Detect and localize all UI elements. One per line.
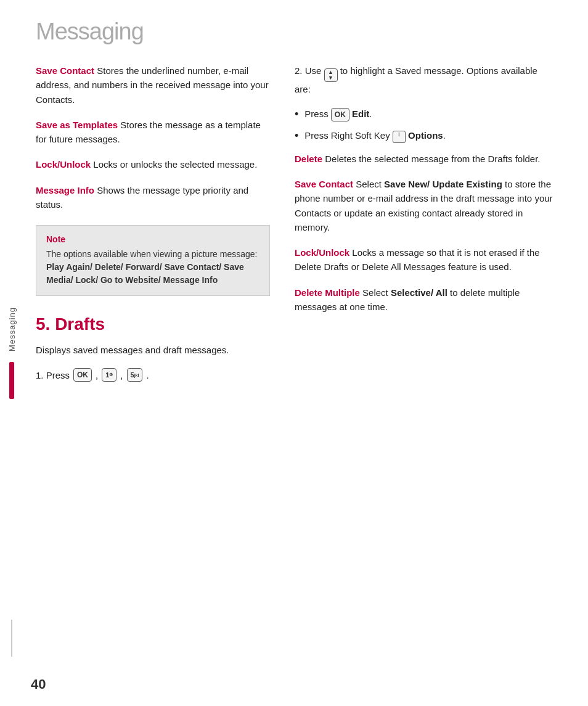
- page-title: Messaging: [36, 18, 563, 45]
- save-contact-right-block: Save Contact Select Save New/ Update Exi…: [295, 177, 553, 234]
- key-5: 5jkl: [127, 368, 143, 382]
- message-info-term: Message Info: [36, 185, 94, 195]
- delete-block: Delete Deletes the selected message from…: [295, 152, 553, 166]
- save-templates-block: Save as Templates Stores the message as …: [36, 118, 270, 147]
- right-column: 2. Use ▲▼ to highlight a Saved message. …: [295, 64, 553, 388]
- lock-unlock-right-block: Lock/Unlock Locks a message so that it i…: [295, 245, 553, 274]
- ok-key: OK: [73, 368, 92, 382]
- save-contact-block: Save Contact Stores the underlined numbe…: [36, 64, 270, 107]
- sidebar-line: [12, 620, 12, 657]
- section-intro: Displays saved messages and draft messag…: [36, 343, 270, 357]
- comma1: ,: [96, 370, 98, 380]
- options-label: Options: [408, 130, 443, 141]
- save-contact-right-bold: Save New/ Update Existing: [384, 179, 502, 189]
- delete-multiple-bold: Selective/ All: [391, 287, 447, 298]
- bullet-list: • Press OK Edit. • Press Right Soft Key …: [295, 107, 553, 143]
- left-column: Save Contact Stores the underlined numbe…: [36, 64, 270, 388]
- delete-term: Delete: [295, 154, 322, 164]
- edit-label: Edit: [352, 109, 369, 119]
- bullet-1-content: Press OK Edit.: [304, 107, 553, 121]
- note-box: Note The options available when viewing …: [36, 225, 270, 296]
- page-wrapper: Messaging Messaging Save Contact Stores …: [0, 0, 588, 706]
- step2-label: 2. Use: [295, 65, 324, 76]
- main-content: Messaging Save Contact Stores the underl…: [23, 0, 588, 706]
- page-number: 40: [31, 676, 46, 692]
- bullet-dot-1: •: [295, 109, 298, 120]
- delete-multiple-term: Delete Multiple: [295, 287, 360, 298]
- delete-multiple-block: Delete Multiple Select Selective/ All to…: [295, 285, 553, 314]
- message-info-block: Message Info Shows the message type prio…: [36, 183, 270, 212]
- save-contact-term: Save Contact: [36, 65, 94, 76]
- bullet-dot-2: •: [295, 130, 298, 141]
- save-contact-right-select: Select: [356, 179, 384, 189]
- note-intro: The options available when viewing a pic…: [46, 249, 257, 259]
- note-bold-text: Play Again/ Delete/ Forward/ Save Contac…: [46, 262, 244, 285]
- sidebar-bar: [9, 362, 14, 399]
- note-body: The options available when viewing a pic…: [46, 248, 259, 287]
- period: .: [146, 370, 149, 380]
- lock-unlock-right-term: Lock/Unlock: [295, 247, 349, 258]
- key-1: 1⚙: [102, 368, 116, 382]
- sidebar: Messaging: [0, 0, 23, 706]
- right-soft-key-icon: ╵: [393, 131, 406, 143]
- nav-icon: ▲▼: [324, 68, 338, 82]
- lock-unlock-term: Lock/Unlock: [36, 159, 91, 170]
- list-item: • Press Right Soft Key ╵ Options.: [295, 129, 553, 143]
- step2-block: 2. Use ▲▼ to highlight a Saved message. …: [295, 64, 553, 96]
- comma2: ,: [120, 370, 123, 380]
- bullet-2-content: Press Right Soft Key ╵ Options.: [304, 129, 553, 143]
- press-label: 1. Press: [36, 370, 70, 380]
- delete-multiple-select: Select: [362, 287, 391, 298]
- lock-unlock-block: Lock/Unlock Locks or unlocks the selecte…: [36, 157, 270, 171]
- sidebar-label: Messaging: [7, 307, 17, 351]
- note-title: Note: [46, 234, 259, 244]
- drafts-heading: 5. Drafts: [36, 314, 270, 334]
- save-contact-right-term: Save Contact: [295, 179, 353, 189]
- lock-unlock-desc: Locks or unlocks the selected message.: [93, 159, 257, 170]
- list-item: • Press OK Edit.: [295, 107, 553, 121]
- columns-layout: Save Contact Stores the underlined numbe…: [36, 64, 563, 388]
- press-row: 1. Press OK , 1⚙ , 5jkl .: [36, 368, 270, 382]
- save-templates-term: Save as Templates: [36, 120, 118, 130]
- ok-key-2: OK: [331, 108, 349, 121]
- delete-desc: Deletes the selected message from the Dr…: [325, 154, 540, 164]
